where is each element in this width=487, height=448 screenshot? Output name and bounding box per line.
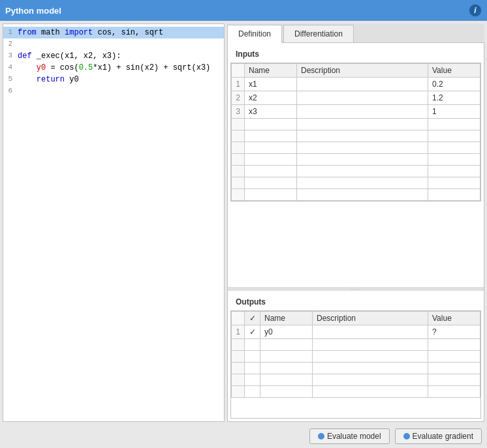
inputs-row3-num: 3	[232, 105, 245, 119]
tab-definition[interactable]: Definition	[227, 25, 282, 43]
outputs-row1-check[interactable]: ✓	[245, 325, 260, 339]
line-num-1: 1	[3, 27, 15, 38]
tab-differentiation[interactable]: Differentiation	[283, 25, 354, 42]
outputs-col-desc: Description	[313, 312, 428, 325]
inputs-row2-desc[interactable]	[297, 91, 428, 105]
content-area: 1 from math import cos, sin, sqrt 2 3 de…	[0, 21, 487, 425]
inputs-empty-row-5	[232, 166, 480, 177]
inputs-row1-name[interactable]: x1	[245, 78, 297, 91]
inputs-row1-num: 1	[232, 78, 245, 91]
outputs-header-row: ✓ Name Description Value	[232, 312, 480, 325]
outputs-label: Outputs	[230, 293, 481, 310]
line-num-4: 4	[3, 62, 15, 73]
bottom-bar: Evaluate model Evaluate gradient	[0, 425, 487, 448]
inputs-row1-value[interactable]: 0.2	[428, 78, 480, 91]
code-line-6: 6	[3, 85, 224, 97]
inputs-empty-row-6	[232, 177, 480, 189]
right-panel: Definition Differentiation Inputs Name	[227, 23, 484, 422]
line-num-3: 3	[3, 50, 15, 61]
inputs-row2-name[interactable]: x2	[245, 91, 297, 105]
inputs-row2-num: 2	[232, 91, 245, 105]
code-line-1: 1 from math import cos, sin, sqrt	[3, 27, 224, 38]
inputs-section: Inputs Name Description Value	[228, 43, 484, 287]
code-line-2: 2	[3, 38, 224, 50]
inputs-col-num	[232, 64, 245, 78]
inputs-row3-desc[interactable]	[297, 105, 428, 119]
inputs-row-2: 2 x2 1.2	[232, 91, 480, 105]
outputs-row1-desc[interactable]	[313, 325, 428, 339]
outputs-table: ✓ Name Description Value 1 ✓	[231, 311, 480, 398]
outputs-col-value: Value	[428, 312, 480, 325]
inputs-row-3: 3 x3 1	[232, 105, 480, 119]
outputs-col-check: ✓	[245, 312, 260, 325]
outputs-col-name: Name	[260, 312, 313, 325]
outputs-row1-name[interactable]: y0	[260, 325, 313, 339]
code-line-5: 5 return y0	[3, 74, 224, 85]
line-content-5: return y0	[15, 74, 224, 85]
inputs-empty-row-3	[232, 142, 480, 154]
outputs-table-wrap: ✓ Name Description Value 1 ✓	[230, 310, 481, 419]
code-line-3: 3 def _exec(x1, x2, x3):	[3, 50, 224, 62]
tabs-bar: Definition Differentiation	[227, 23, 484, 43]
inputs-row1-desc[interactable]	[297, 78, 428, 91]
evaluate-model-button[interactable]: Evaluate model	[309, 428, 390, 444]
inputs-col-value: Value	[428, 64, 480, 78]
info-icon-button[interactable]: i	[469, 4, 482, 17]
inputs-table: Name Description Value 1 x1	[231, 63, 480, 201]
inputs-label: Inputs	[230, 46, 481, 63]
outputs-empty-row-3	[232, 363, 480, 374]
inputs-empty-row	[232, 119, 480, 130]
code-line-4: 4 y0 = cos(0.5*x1) + sin(x2) + sqrt(x3)	[3, 62, 224, 74]
title-bar: Python model i	[0, 0, 487, 21]
evaluate-gradient-button[interactable]: Evaluate gradient	[395, 428, 482, 444]
inputs-header-row: Name Description Value	[232, 64, 480, 78]
line-num-5: 5	[3, 74, 15, 85]
inputs-row2-value[interactable]: 1.2	[428, 91, 480, 105]
line-content-6	[15, 85, 224, 97]
outputs-section: Outputs ✓ Name Description Value	[228, 291, 484, 421]
inputs-row-1: 1 x1 0.2	[232, 78, 480, 91]
evaluate-model-label: Evaluate model	[327, 432, 381, 441]
line-num-2: 2	[3, 38, 15, 50]
outputs-row1-value: ?	[428, 325, 480, 339]
line-content-2	[15, 38, 224, 50]
outputs-col-num	[232, 312, 245, 325]
inputs-col-desc: Description	[297, 64, 428, 78]
inputs-empty-row-4	[232, 154, 480, 166]
inputs-col-name: Name	[245, 64, 297, 78]
line-content-1: from math import cos, sin, sqrt	[15, 27, 224, 38]
outputs-empty-row-2	[232, 351, 480, 363]
window-title: Python model	[5, 6, 61, 16]
inputs-row3-value[interactable]: 1	[428, 105, 480, 119]
outputs-empty-row-1	[232, 339, 480, 351]
line-content-3: def _exec(x1, x2, x3):	[15, 50, 224, 62]
outputs-row1-num: 1	[232, 325, 245, 339]
outputs-empty-row-4	[232, 374, 480, 386]
inputs-table-wrap: Name Description Value 1 x1	[230, 63, 481, 202]
tab-content-definition: Inputs Name Description Value	[227, 43, 484, 422]
inputs-row3-name[interactable]: x3	[245, 105, 297, 119]
outputs-row-1: 1 ✓ y0 ?	[232, 325, 480, 339]
code-panel: 1 from math import cos, sin, sqrt 2 3 de…	[3, 23, 225, 422]
evaluate-gradient-icon	[403, 433, 410, 440]
evaluate-model-icon	[318, 433, 324, 440]
line-content-4: y0 = cos(0.5*x1) + sin(x2) + sqrt(x3)	[15, 62, 224, 74]
outputs-empty-row-5	[232, 386, 480, 398]
evaluate-gradient-label: Evaluate gradient	[413, 432, 473, 441]
code-editor[interactable]: 1 from math import cos, sin, sqrt 2 3 de…	[3, 24, 224, 421]
inputs-empty-row-2	[232, 130, 480, 142]
inputs-empty-row-7	[232, 189, 480, 201]
line-num-6: 6	[3, 85, 15, 97]
main-container: Python model i 1 from math import cos, s…	[0, 0, 487, 448]
